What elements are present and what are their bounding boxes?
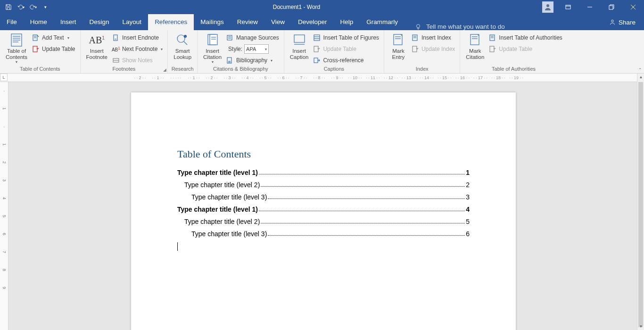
window-title: Document1 - Word [51, 4, 542, 10]
vertical-scrollbar[interactable]: ▲ ▼ [637, 74, 644, 330]
horizontal-ruler[interactable]: L · · 2 · ·· · 1 · ·· · · · ·· · 1 · ·· … [0, 74, 644, 82]
toc-entry-text[interactable]: Type chapter title (level 2) [184, 181, 260, 189]
collapse-ribbon-button[interactable]: ⌃ [638, 67, 642, 72]
table-of-contents-button[interactable]: Table of Contents ▾ [3, 32, 30, 66]
group-captions: Insert Caption Insert Table of Figures U… [284, 30, 384, 73]
cross-reference-button[interactable]: Cross-reference [311, 55, 381, 66]
update-table-button[interactable]: Update Table [30, 44, 77, 54]
customize-qat[interactable]: ▾ [40, 1, 51, 13]
toc-entry[interactable]: Type chapter title (level 3)3 [177, 193, 470, 201]
title-bar: ▾ ▾ ▾ Document1 - Word [0, 0, 644, 14]
bibliography-button[interactable]: Bibliography▾ [224, 55, 281, 66]
tab-layout[interactable]: Layout [116, 14, 149, 30]
restore-button[interactable] [601, 0, 622, 14]
tab-selector[interactable]: L [0, 74, 8, 81]
tab-review[interactable]: Review [231, 14, 264, 30]
svg-rect-44 [394, 34, 402, 45]
insert-caption-button[interactable]: Insert Caption [287, 32, 312, 61]
vertical-ruler[interactable]: ·1·123456789 [0, 82, 8, 330]
toc-entry-page[interactable]: 4 [466, 206, 470, 213]
toc-entry-text[interactable]: Type chapter title (level 2) [184, 218, 260, 225]
ribbon: Table of Contents ▾ Add Text▾ Update Tab… [0, 30, 644, 74]
scroll-up-button[interactable]: ▲ [637, 74, 644, 81]
tab-view[interactable]: View [264, 14, 291, 30]
svg-rect-17 [33, 46, 37, 52]
toc-icon [9, 33, 24, 48]
toc-entry-text[interactable]: Type chapter title (level 1) [177, 206, 258, 213]
tab-grammarly[interactable]: Grammarly [360, 14, 405, 30]
tab-design[interactable]: Design [83, 14, 116, 30]
tab-references[interactable]: References [148, 14, 194, 30]
tab-file[interactable]: File [0, 14, 24, 30]
toc-leader-dots [259, 206, 465, 211]
citation-icon [205, 33, 220, 48]
toc-heading[interactable]: Table of Contents [177, 148, 470, 160]
tab-home[interactable]: Home [24, 14, 54, 30]
mark-citation-button[interactable]: Mark Citation [463, 32, 487, 61]
manage-sources-button[interactable]: Manage Sources [224, 33, 281, 43]
group-label-toc: Table of Contents [3, 66, 77, 73]
toc-entry-page[interactable]: 2 [466, 181, 470, 189]
redo-button[interactable]: ▾ [27, 1, 39, 13]
svg-rect-39 [314, 35, 320, 41]
close-button[interactable] [622, 0, 644, 14]
minimize-button[interactable] [579, 0, 601, 14]
toc-entry[interactable]: Type chapter title (level 1)4 [177, 206, 470, 213]
insert-caption-label: Insert Caption [290, 48, 309, 60]
insert-endnote-button[interactable]: Insert Endnote [110, 33, 165, 43]
toa-update-table-button: Update Table [487, 44, 564, 54]
smart-lookup-icon: i [175, 33, 190, 48]
manage-sources-icon [226, 34, 234, 41]
insert-index-button[interactable]: Insert Index [410, 33, 457, 43]
svg-point-8 [611, 20, 613, 22]
account-avatar[interactable] [542, 1, 553, 13]
svg-rect-51 [471, 34, 479, 45]
tell-me-search[interactable]: Tell me what you want to do [415, 23, 505, 30]
citation-style-select[interactable]: APA▾ [244, 44, 269, 54]
toc-entry-text[interactable]: Type chapter title (level 3) [191, 230, 267, 238]
insert-table-of-figures-button[interactable]: Insert Table of Figures [311, 33, 381, 43]
next-footnote-button[interactable]: AB1Next Footnote▾ [110, 44, 165, 54]
tab-mailings[interactable]: Mailings [194, 14, 231, 30]
document-area[interactable]: Table of Contents Type chapter title (le… [8, 82, 637, 330]
toc-entry-page[interactable]: 6 [466, 230, 470, 238]
scroll-down-button[interactable]: ▼ [637, 323, 644, 330]
group-citations: Insert Citation ▾ Manage Sources Style: … [198, 30, 284, 73]
toc-entry-page[interactable]: 1 [466, 169, 470, 176]
svg-text:i: i [185, 35, 186, 38]
toc-entry[interactable]: Type chapter title (level 2)5 [177, 218, 470, 225]
svg-rect-27 [210, 34, 217, 45]
undo-button[interactable]: ▾ [15, 1, 26, 13]
share-button[interactable]: Share [601, 14, 644, 30]
toc-label: Table of Contents [6, 48, 27, 60]
insert-citation-label: Insert Citation [203, 48, 222, 60]
footnotes-dialog-launcher[interactable]: ◢ [163, 67, 166, 72]
tab-developer[interactable]: Developer [291, 14, 334, 30]
toc-entry-page[interactable]: 3 [466, 193, 470, 201]
mark-citation-icon [468, 33, 483, 48]
toc-entry-page[interactable]: 5 [466, 218, 470, 225]
ribbon-display-options[interactable] [557, 0, 579, 14]
group-index: Mark Entry Insert Index Update Index Ind… [384, 30, 460, 73]
toc-entry-text[interactable]: Type chapter title (level 3) [191, 193, 267, 201]
tab-insert[interactable]: Insert [54, 14, 83, 30]
tab-help[interactable]: Help [334, 14, 360, 30]
mark-entry-button[interactable]: Mark Entry [387, 32, 410, 61]
svg-rect-4 [609, 6, 613, 9]
svg-point-22 [177, 35, 185, 42]
show-notes-icon [112, 57, 120, 64]
add-text-button[interactable]: Add Text▾ [30, 33, 77, 43]
scroll-thumb[interactable] [638, 82, 643, 327]
toc-entry[interactable]: Type chapter title (level 1)1 [177, 169, 470, 176]
group-label-research: Research [171, 66, 194, 73]
toc-entry[interactable]: Type chapter title (level 2)2 [177, 181, 470, 189]
insert-toa-button[interactable]: Insert Table of Authorities [487, 33, 564, 43]
toc-entry[interactable]: Type chapter title (level 3)6 [177, 230, 470, 238]
insert-citation-button[interactable]: Insert Citation ▾ [200, 32, 224, 66]
save-button[interactable] [3, 1, 14, 13]
insert-footnote-button[interactable]: AB1 Insert Footnote [83, 32, 110, 61]
smart-lookup-button[interactable]: i Smart Lookup [171, 32, 194, 61]
page[interactable]: Table of Contents Type chapter title (le… [131, 92, 516, 330]
toc-entry-text[interactable]: Type chapter title (level 1) [177, 169, 258, 176]
share-label: Share [619, 19, 636, 26]
